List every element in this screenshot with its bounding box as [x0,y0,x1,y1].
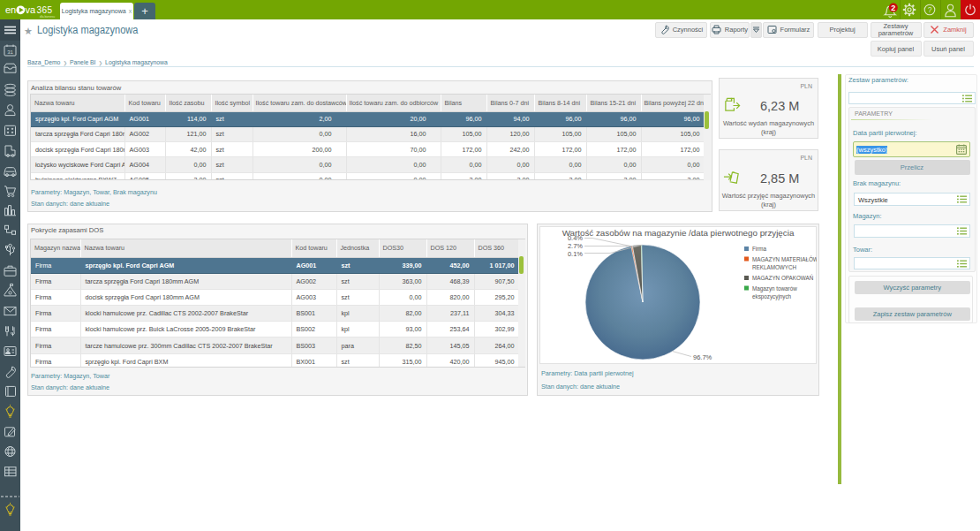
svg-text:va: va [26,4,37,15]
svg-text:dla biznesu: dla biznesu [40,15,55,19]
svg-text:Firma: Firma [752,246,767,252]
svg-text:96.7%: 96.7% [693,353,712,361]
svg-text:2: 2 [891,4,895,12]
svg-text:ekspozycyjnych: ekspozycyjnych [752,293,792,300]
svg-text:en: en [5,4,16,15]
svg-text:?: ? [928,5,932,14]
svg-text:MAGAZYN OPAKOWAŃ: MAGAZYN OPAKOWAŃ [752,274,814,281]
svg-text:0.1%: 0.1% [568,250,583,258]
svg-text:0.4%: 0.4% [568,234,583,242]
svg-text:REKLAMOWYCH: REKLAMOWYCH [752,264,796,270]
svg-text:31: 31 [7,49,13,55]
svg-text:Magazyn towarów: Magazyn towarów [752,285,797,292]
svg-text:MAGAZYN MATERIAŁÓW: MAGAZYN MATERIAŁÓW [752,255,817,262]
